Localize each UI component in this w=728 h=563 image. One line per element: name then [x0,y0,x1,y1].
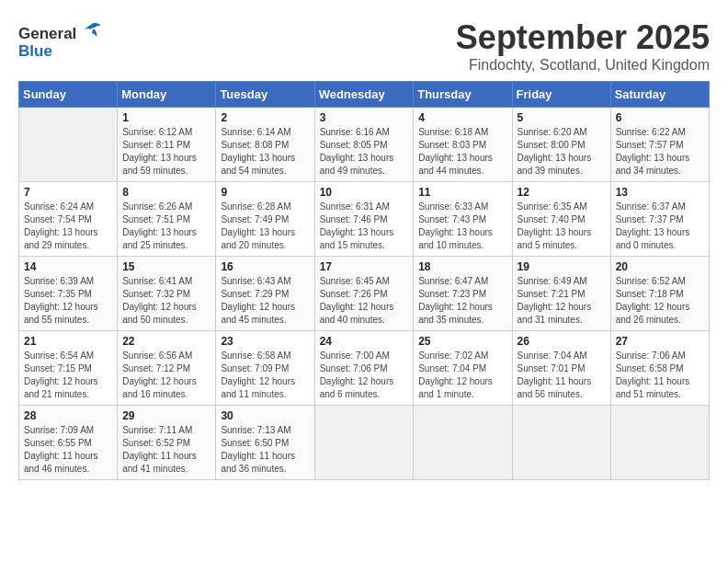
day-info: Sunrise: 6:20 AM Sunset: 8:00 PM Dayligh… [518,126,606,178]
day-info: Sunrise: 6:43 AM Sunset: 7:29 PM Dayligh… [221,275,309,327]
day-info: Sunrise: 6:54 AM Sunset: 7:15 PM Dayligh… [24,350,112,401]
calendar-cell: 18Sunrise: 6:47 AM Sunset: 7:23 PM Dayli… [414,257,512,331]
day-info: Sunrise: 6:49 AM Sunset: 7:21 PM Dayligh… [518,275,606,327]
logo-bird-icon [83,22,103,39]
day-number: 15 [122,260,210,273]
calendar-cell: 9Sunrise: 6:28 AM Sunset: 7:49 PM Daylig… [216,182,314,257]
day-info: Sunrise: 6:41 AM Sunset: 7:32 PM Dayligh… [122,275,210,327]
day-number: 27 [616,335,704,348]
day-number: 13 [616,186,704,199]
day-header-tuesday: Tuesday [216,82,314,108]
day-info: Sunrise: 6:16 AM Sunset: 8:05 PM Dayligh… [320,126,409,178]
calendar-cell: 7Sunrise: 6:24 AM Sunset: 7:54 PM Daylig… [19,182,118,257]
day-info: Sunrise: 6:14 AM Sunset: 8:08 PM Dayligh… [221,126,309,178]
calendar-table: SundayMondayTuesdayWednesdayThursdayFrid… [18,81,710,480]
day-number: 30 [221,409,309,422]
month-year-title: September 2025 [18,18,710,57]
calendar-cell: 10Sunrise: 6:31 AM Sunset: 7:46 PM Dayli… [314,182,414,257]
day-info: Sunrise: 6:47 AM Sunset: 7:23 PM Dayligh… [418,275,506,327]
day-number: 16 [221,260,309,273]
day-number: 1 [122,111,210,124]
calendar-cell [512,406,610,480]
calendar-cell: 19Sunrise: 6:49 AM Sunset: 7:21 PM Dayli… [512,257,610,331]
day-number: 19 [518,260,606,273]
calendar-cell: 6Sunrise: 6:22 AM Sunset: 7:57 PM Daylig… [610,108,709,182]
day-number: 14 [24,260,112,273]
calendar-cell: 15Sunrise: 6:41 AM Sunset: 7:32 PM Dayli… [118,257,216,331]
day-info: Sunrise: 6:56 AM Sunset: 7:12 PM Dayligh… [122,350,210,401]
day-number: 11 [418,186,506,199]
day-number: 28 [24,409,112,422]
day-info: Sunrise: 6:35 AM Sunset: 7:40 PM Dayligh… [518,201,606,252]
location-subtitle: Findochty, Scotland, United Kingdom [18,57,710,74]
calendar-cell: 22Sunrise: 6:56 AM Sunset: 7:12 PM Dayli… [118,331,216,406]
calendar-cell [19,108,118,182]
day-number: 17 [320,260,409,273]
day-info: Sunrise: 7:04 AM Sunset: 7:01 PM Dayligh… [518,350,606,401]
day-number: 23 [221,335,309,348]
day-number: 20 [616,260,704,273]
day-number: 10 [320,186,409,199]
calendar-cell: 14Sunrise: 6:39 AM Sunset: 7:35 PM Dayli… [19,257,118,331]
day-info: Sunrise: 6:22 AM Sunset: 7:57 PM Dayligh… [616,126,704,178]
day-number: 18 [418,260,506,273]
calendar-week-row: 21Sunrise: 6:54 AM Sunset: 7:15 PM Dayli… [19,331,710,406]
calendar-cell: 8Sunrise: 6:26 AM Sunset: 7:51 PM Daylig… [118,182,216,257]
calendar-cell: 13Sunrise: 6:37 AM Sunset: 7:37 PM Dayli… [610,182,709,257]
calendar-cell: 26Sunrise: 7:04 AM Sunset: 7:01 PM Dayli… [512,331,610,406]
day-number: 21 [24,335,112,348]
day-info: Sunrise: 6:52 AM Sunset: 7:18 PM Dayligh… [616,275,704,327]
calendar-week-row: 28Sunrise: 7:09 AM Sunset: 6:55 PM Dayli… [19,406,710,480]
calendar-cell: 2Sunrise: 6:14 AM Sunset: 8:08 PM Daylig… [216,108,314,182]
page-header: September 2025 Findochty, Scotland, Unit… [18,18,710,74]
calendar-cell [314,406,414,480]
day-info: Sunrise: 7:06 AM Sunset: 6:58 PM Dayligh… [616,350,704,401]
day-header-sunday: Sunday [19,82,118,108]
day-info: Sunrise: 6:28 AM Sunset: 7:49 PM Dayligh… [221,201,309,252]
calendar-cell: 11Sunrise: 6:33 AM Sunset: 7:43 PM Dayli… [414,182,512,257]
calendar-cell [414,406,512,480]
day-number: 24 [320,335,409,348]
calendar-cell: 12Sunrise: 6:35 AM Sunset: 7:40 PM Dayli… [512,182,610,257]
day-info: Sunrise: 6:18 AM Sunset: 8:03 PM Dayligh… [418,126,506,178]
day-number: 6 [616,111,704,124]
logo-blue: Blue [18,43,103,61]
day-header-friday: Friday [512,82,610,108]
calendar-cell: 28Sunrise: 7:09 AM Sunset: 6:55 PM Dayli… [19,406,118,480]
day-info: Sunrise: 6:33 AM Sunset: 7:43 PM Dayligh… [418,201,506,252]
calendar-cell: 20Sunrise: 6:52 AM Sunset: 7:18 PM Dayli… [610,257,709,331]
calendar-header-row: SundayMondayTuesdayWednesdayThursdayFrid… [19,82,710,108]
calendar-cell: 29Sunrise: 7:11 AM Sunset: 6:52 PM Dayli… [118,406,216,480]
calendar-week-row: 7Sunrise: 6:24 AM Sunset: 7:54 PM Daylig… [19,182,710,257]
day-header-saturday: Saturday [610,82,709,108]
calendar-cell: 17Sunrise: 6:45 AM Sunset: 7:26 PM Dayli… [314,257,414,331]
calendar-cell: 24Sunrise: 7:00 AM Sunset: 7:06 PM Dayli… [314,331,414,406]
logo: General Blue [18,22,103,60]
day-number: 12 [518,186,606,199]
calendar-cell: 23Sunrise: 6:58 AM Sunset: 7:09 PM Dayli… [216,331,314,406]
day-info: Sunrise: 7:02 AM Sunset: 7:04 PM Dayligh… [418,350,506,401]
day-number: 3 [320,111,409,124]
calendar-cell: 27Sunrise: 7:06 AM Sunset: 6:58 PM Dayli… [610,331,709,406]
calendar-cell: 5Sunrise: 6:20 AM Sunset: 8:00 PM Daylig… [512,108,610,182]
day-info: Sunrise: 6:58 AM Sunset: 7:09 PM Dayligh… [221,350,309,401]
calendar-week-row: 14Sunrise: 6:39 AM Sunset: 7:35 PM Dayli… [19,257,710,331]
calendar-cell: 25Sunrise: 7:02 AM Sunset: 7:04 PM Dayli… [414,331,512,406]
day-info: Sunrise: 6:37 AM Sunset: 7:37 PM Dayligh… [616,201,704,252]
calendar-cell [610,406,709,480]
calendar-cell: 4Sunrise: 6:18 AM Sunset: 8:03 PM Daylig… [414,108,512,182]
day-info: Sunrise: 6:12 AM Sunset: 8:11 PM Dayligh… [122,126,210,178]
day-number: 5 [518,111,606,124]
day-info: Sunrise: 7:09 AM Sunset: 6:55 PM Dayligh… [24,424,112,476]
day-info: Sunrise: 6:24 AM Sunset: 7:54 PM Dayligh… [24,201,112,252]
day-info: Sunrise: 7:00 AM Sunset: 7:06 PM Dayligh… [320,350,409,401]
calendar-cell: 3Sunrise: 6:16 AM Sunset: 8:05 PM Daylig… [314,108,414,182]
day-number: 25 [418,335,506,348]
day-header-thursday: Thursday [414,82,512,108]
day-info: Sunrise: 6:31 AM Sunset: 7:46 PM Dayligh… [320,201,409,252]
day-info: Sunrise: 7:13 AM Sunset: 6:50 PM Dayligh… [221,424,309,476]
calendar-cell: 1Sunrise: 6:12 AM Sunset: 8:11 PM Daylig… [118,108,216,182]
day-number: 26 [518,335,606,348]
day-number: 9 [221,186,309,199]
calendar-cell: 16Sunrise: 6:43 AM Sunset: 7:29 PM Dayli… [216,257,314,331]
